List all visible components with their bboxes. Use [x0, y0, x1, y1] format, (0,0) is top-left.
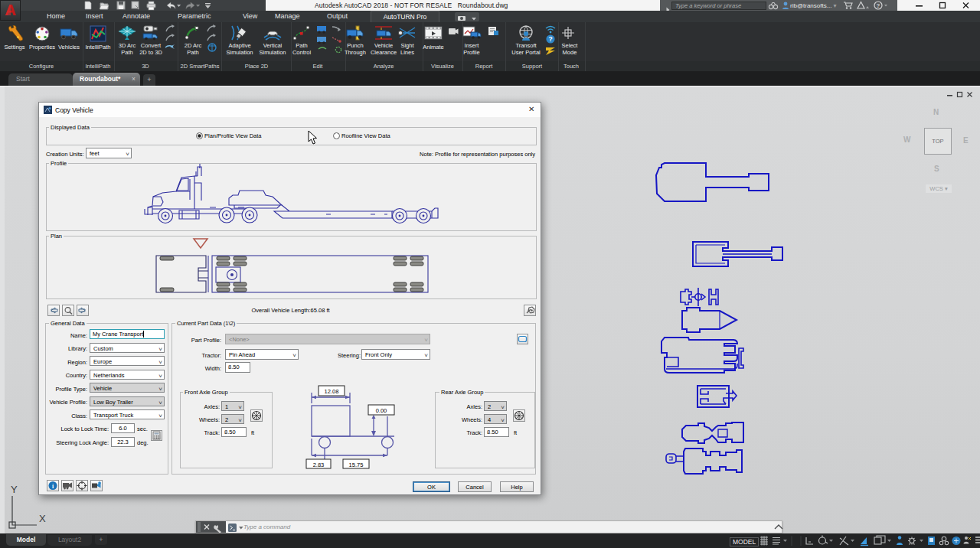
svg-text:X: X — [39, 513, 46, 524]
svg-text:2.83: 2.83 — [313, 462, 325, 468]
svg-text:0.00: 0.00 — [376, 407, 387, 414]
svg-text:Y: Y — [11, 484, 18, 495]
svg-text:?: ? — [877, 2, 880, 9]
svg-text:15.75: 15.75 — [349, 462, 364, 468]
svg-text:?: ? — [548, 35, 552, 43]
svg-text:12.08: 12.08 — [325, 388, 339, 395]
